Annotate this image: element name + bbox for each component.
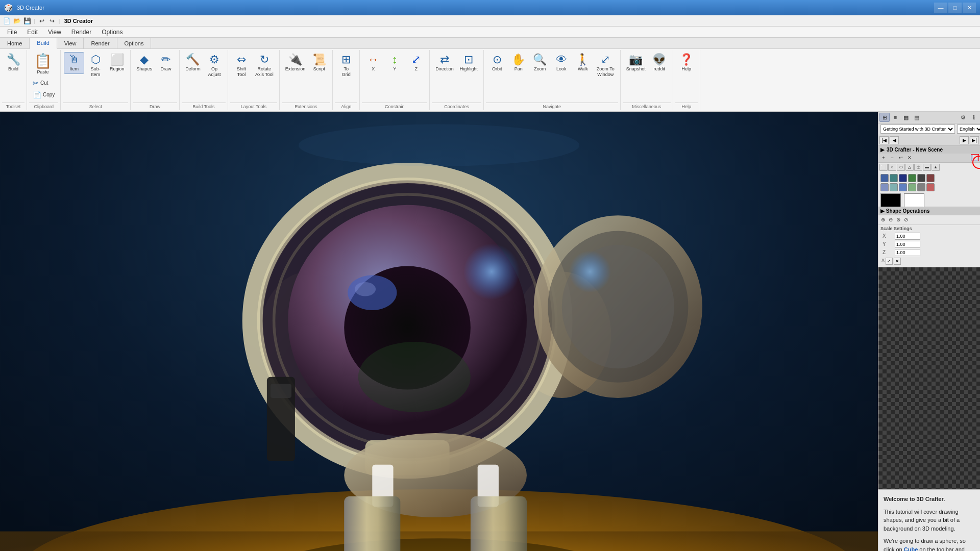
menu-render[interactable]: Render (66, 27, 96, 37)
tutorial-cube-link[interactable]: Cube (904, 546, 918, 551)
nav-prev-btn[interactable]: ◀ (890, 136, 899, 144)
getting-started-select[interactable]: Getting Started with 3D Crafter (880, 124, 955, 134)
swatch-ltgreen[interactable] (908, 183, 916, 191)
so-btn4[interactable]: ⊘ (902, 216, 910, 223)
rotate-axis-tool-button[interactable]: ↻ Rotate Axis Tool (253, 52, 276, 80)
so-btn2[interactable]: ⊖ (887, 216, 894, 223)
scale-z-input[interactable] (895, 249, 920, 256)
cut-button[interactable]: ✂ Cut (30, 78, 57, 89)
scale-cancel-btn[interactable]: ✕ (894, 258, 901, 265)
paste-button[interactable]: 📋 Paste (30, 52, 56, 77)
tab-build[interactable]: Build (30, 38, 57, 49)
nav-next-btn[interactable]: ▶ (960, 136, 969, 144)
orbit-button[interactable]: ⊙ Orbit (487, 52, 507, 74)
help-button[interactable]: ❓ Help (676, 52, 697, 74)
swatch-blue2[interactable] (899, 183, 907, 191)
so-btn1[interactable]: ⊕ (879, 216, 887, 223)
region-button[interactable]: ⬜ Region (107, 52, 127, 74)
swatch-green[interactable] (908, 174, 916, 182)
scene-cross-btn[interactable]: ✕ (905, 154, 914, 161)
rp-view2-btn[interactable]: ▤ (912, 113, 922, 122)
deform-button[interactable]: 🔨 Deform (183, 52, 203, 74)
menu-file[interactable]: File (2, 27, 22, 37)
swatch-red[interactable] (926, 183, 935, 191)
menu-edit[interactable]: Edit (22, 27, 43, 37)
pan-button[interactable]: ✋ Pan (508, 52, 529, 74)
swatch-dkgray[interactable] (917, 174, 925, 182)
redo-button[interactable]: ↪ (47, 16, 57, 26)
direction-button[interactable]: ⇄ Direction (433, 52, 456, 74)
swatch-ltblue[interactable] (880, 183, 889, 191)
zoom-to-window-button[interactable]: ⤢ Zoom To Window (594, 52, 617, 80)
st-cube-btn[interactable]: ⬜ (879, 164, 888, 171)
zoom-button[interactable]: 🔍 Zoom (530, 52, 550, 74)
swatch-blue1[interactable] (880, 174, 889, 182)
scene-undo-btn[interactable]: ↩ (897, 154, 905, 161)
st-sphere-btn[interactable]: ○ (888, 164, 896, 171)
sub-item-button[interactable]: ⬡ Sub- Item (85, 52, 106, 80)
build-button[interactable]: 🔧 Build (3, 52, 23, 74)
swatch-gray[interactable] (917, 183, 925, 191)
z-button[interactable]: ⤢ Z (406, 52, 426, 74)
shapes-button[interactable]: ◆ Shapes (134, 52, 155, 74)
walk-button[interactable]: 🚶 Walk (573, 52, 593, 74)
nav-first-btn[interactable]: |◀ (879, 136, 889, 144)
scale-check-btn[interactable]: ✓ (886, 258, 893, 265)
paste-label: Paste (37, 69, 48, 75)
scene-panel-header[interactable]: ▶ 3D Crafter - New Scene (878, 146, 980, 154)
rp-settings-btn[interactable]: ⚙ (958, 113, 968, 122)
rp-grid-btn[interactable]: ⊞ (879, 113, 890, 122)
scene-cube-type-btn[interactable]: ⬜ (971, 154, 979, 161)
tab-home[interactable]: Home (0, 38, 30, 48)
maximize-button[interactable]: □ (948, 3, 962, 13)
minimize-button[interactable]: — (934, 3, 947, 13)
tab-options[interactable]: Options (117, 38, 152, 48)
copy-button[interactable]: 📄 Copy (30, 89, 57, 101)
y-button[interactable]: ↕ Y (384, 52, 405, 74)
x-button[interactable]: ↔ X (363, 52, 383, 74)
item-button[interactable]: 🖱 Item (64, 52, 84, 74)
menu-view[interactable]: View (43, 27, 66, 37)
rp-view1-btn[interactable]: ▦ (901, 113, 911, 122)
st-tri-btn[interactable]: ▲ (932, 164, 940, 171)
new-button[interactable]: 📄 (2, 16, 11, 26)
swatch-teal[interactable] (890, 174, 898, 182)
tab-render[interactable]: Render (84, 38, 117, 48)
menu-options[interactable]: Options (96, 27, 128, 37)
op-adjust-button[interactable]: ⚙ Op Adjust (204, 52, 225, 80)
undo-button[interactable]: ↩ (37, 16, 46, 26)
tab-view[interactable]: View (57, 38, 84, 48)
close-button[interactable]: ✕ (963, 3, 976, 13)
script-button[interactable]: 📜 Script (309, 52, 329, 74)
reddit-button[interactable]: 👽 reddit (649, 52, 670, 74)
scale-x-input[interactable] (895, 233, 920, 240)
nav-last-btn[interactable]: ▶| (970, 136, 979, 144)
so-btn3[interactable]: ⊗ (895, 216, 902, 223)
swatch-dkred[interactable] (926, 174, 935, 182)
language-select[interactable]: English (957, 124, 980, 134)
st-torus-btn[interactable]: ◎ (914, 164, 922, 171)
st-cyl-btn[interactable]: ⬭ (897, 164, 905, 171)
scale-y-input[interactable] (895, 241, 920, 248)
swatch-ltteal[interactable] (890, 183, 898, 191)
highlight-button[interactable]: ⊡ Highlight (457, 52, 480, 74)
scene-add-btn[interactable]: + (879, 154, 888, 161)
snapshot-button[interactable]: 📷 Snapshot (624, 52, 648, 74)
foreground-color[interactable] (880, 193, 901, 207)
swatch-dkblue[interactable] (899, 174, 907, 182)
save-button[interactable]: 💾 (22, 16, 32, 26)
to-grid-button[interactable]: ⊞ To Grid (336, 52, 356, 80)
rp-info-btn[interactable]: ℹ (969, 113, 979, 122)
open-button[interactable]: 📂 (12, 16, 21, 26)
st-cone-btn[interactable]: △ (905, 164, 914, 171)
background-color[interactable] (904, 193, 924, 207)
extension-button[interactable]: 🔌 Extension (283, 52, 308, 74)
scene-del-btn[interactable]: − (888, 154, 896, 161)
shift-tool-button[interactable]: ⇔ Shift Tool (231, 52, 252, 80)
draw-button[interactable]: ✏ Draw (156, 52, 176, 74)
shape-panel-header[interactable]: ▶ Shape Operations (878, 207, 980, 215)
rp-list-btn[interactable]: ≡ (890, 113, 900, 122)
viewport[interactable] (0, 112, 878, 551)
st-plane-btn[interactable]: ▬ (923, 164, 931, 171)
look-button[interactable]: 👁 Look (551, 52, 572, 74)
